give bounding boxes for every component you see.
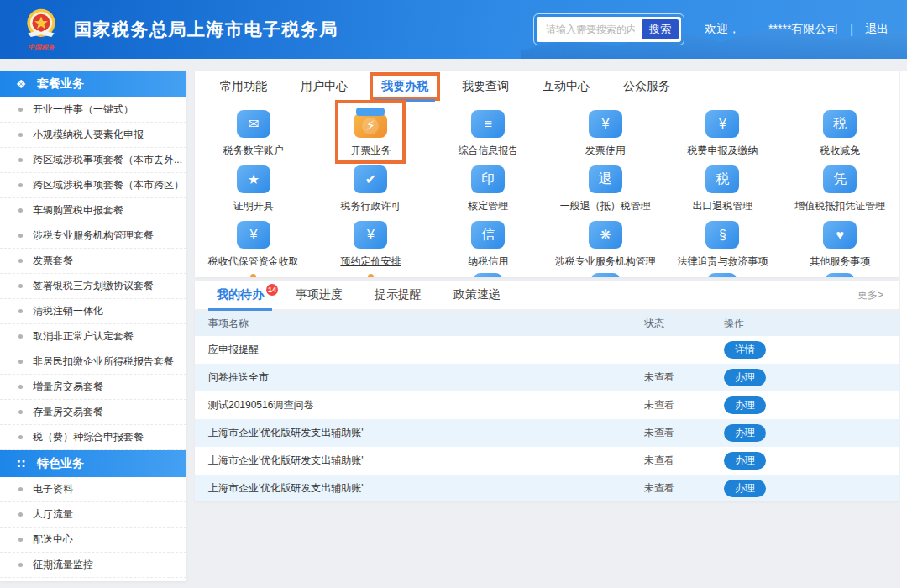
- bullet-icon: [18, 385, 23, 389]
- sidebar-item[interactable]: 涉税专业服务机构管理套餐: [0, 223, 186, 249]
- nav-tab-label: 我要办税: [381, 79, 428, 94]
- icon-glyph: ¥: [249, 228, 257, 243]
- partial-icon-wrap: [547, 273, 664, 277]
- partial-square-icon: 保: [474, 273, 502, 277]
- sidebar-item[interactable]: 开业一件事（一键式）: [0, 97, 186, 123]
- service-item[interactable]: ❋涉税专业服务机构管理: [547, 217, 664, 272]
- partial-square-icon: [591, 273, 620, 277]
- sidebar-item[interactable]: 签署银税三方划缴协议套餐: [0, 274, 186, 299]
- todo-tab[interactable]: 提示提醒: [375, 281, 422, 309]
- bullet-icon: [18, 108, 23, 112]
- row-status: 未查看: [644, 426, 724, 440]
- sidebar-item[interactable]: 存量房交易套餐: [0, 400, 186, 425]
- sidebar: ❖套餐业务开业一件事（一键式）小规模纳税人要素化申报跨区域涉税事项套餐（本市去外…: [0, 71, 186, 581]
- sidebar-item[interactable]: 非居民扣缴企业所得税报告套餐: [0, 349, 186, 375]
- column-header-status: 状态: [644, 317, 724, 331]
- service-item[interactable]: ★证明开具: [195, 161, 312, 217]
- sidebar-item[interactable]: 大厅流量: [0, 502, 186, 528]
- sidebar-item[interactable]: 税（费）种综合申报套餐: [0, 425, 186, 450]
- sidebar-section-header[interactable]: ❖套餐业务: [0, 71, 186, 97]
- service-item[interactable]: 税税收减免: [781, 106, 899, 161]
- sidebar-section-header[interactable]: ∷特色业务: [0, 450, 186, 477]
- todo-tab-label: 政策速递: [454, 287, 501, 302]
- nav-tab-label: 我要查询: [462, 79, 509, 94]
- action-button[interactable]: 办理: [724, 424, 766, 442]
- icon-glyph: ¥: [601, 117, 609, 132]
- sidebar-item[interactable]: 跨区域涉税事项套餐（本市去外...: [0, 148, 186, 173]
- service-item[interactable]: 印核定管理: [429, 161, 547, 217]
- scrollbar[interactable]: [900, 71, 907, 588]
- service-item[interactable]: 税出口退税管理: [664, 161, 782, 217]
- sidebar-item[interactable]: 电子资料: [0, 477, 186, 502]
- service-item[interactable]: ✉税务数字账户: [195, 106, 312, 161]
- service-item[interactable]: ≡综合信息报告: [429, 106, 547, 161]
- service-item[interactable]: §法律追责与救济事项: [664, 217, 782, 272]
- more-link[interactable]: 更多>: [857, 288, 883, 302]
- sidebar-item-label: 增量房交易套餐: [33, 380, 103, 394]
- service-item[interactable]: 退一般退（抵）税管理: [547, 161, 664, 217]
- todo-tab[interactable]: 事项进度: [296, 281, 343, 309]
- sidebar-item[interactable]: 小规模纳税人要素化申报: [0, 123, 186, 148]
- bullet-icon: [18, 284, 23, 288]
- bullet-icon: [18, 234, 23, 238]
- invoicing-icon: ⚡: [354, 113, 387, 138]
- service-item[interactable]: ¥预约定价安排: [312, 217, 430, 272]
- sidebar-item[interactable]: 取消非正常户认定套餐: [0, 324, 186, 349]
- nav-tab[interactable]: 我要办税: [381, 71, 428, 102]
- service-label: 税务行政许可: [340, 199, 401, 213]
- sidebar-item-label: 跨区域涉税事项套餐（本市跨区）: [33, 178, 184, 192]
- action-button[interactable]: 办理: [724, 452, 766, 470]
- service-item[interactable]: ¥发票使用: [547, 106, 664, 161]
- partial-icon-wrap: 保: [429, 273, 547, 277]
- todo-tab[interactable]: 政策速递: [454, 281, 501, 309]
- icon-glyph: ≡: [484, 117, 491, 132]
- divider: |: [850, 23, 853, 36]
- sidebar-item-label: 签署银税三方划缴协议套餐: [33, 279, 154, 293]
- comprehensive-info-report-icon: ≡: [471, 110, 505, 138]
- search-input[interactable]: [539, 20, 642, 39]
- action-button[interactable]: 详情: [724, 341, 766, 359]
- icon-glyph: ✔: [365, 171, 376, 187]
- row-action-cell: 办理: [724, 452, 899, 470]
- user-info: 欢迎， *****有限公司 | 退出: [705, 22, 889, 37]
- search-area: 搜索: [537, 17, 681, 42]
- nav-tab[interactable]: 用户中心: [301, 71, 348, 102]
- sidebar-item[interactable]: 配送中心: [0, 528, 186, 553]
- todo-tab[interactable]: 我的待办14: [217, 281, 264, 309]
- service-item[interactable]: 凭增值税抵扣凭证管理: [781, 161, 899, 217]
- sidebar-item[interactable]: 跨区域涉税事项套餐（本市跨区）: [0, 173, 186, 198]
- row-status: 未查看: [644, 481, 724, 496]
- logout-link[interactable]: 退出: [865, 22, 889, 37]
- icon-glyph: ¥: [367, 228, 375, 243]
- tax-admin-license-icon: ✔: [354, 165, 387, 193]
- export-tax-refund-icon: 税: [705, 165, 739, 193]
- sidebar-item[interactable]: 增量房交易套餐: [0, 375, 186, 400]
- row-status: 未查看: [644, 370, 724, 385]
- search-button[interactable]: 搜索: [642, 19, 679, 39]
- service-item[interactable]: ⚡开票业务: [312, 106, 430, 161]
- nav-tab[interactable]: 互动中心: [543, 71, 590, 102]
- nav-tab[interactable]: 常用功能: [220, 71, 267, 102]
- sidebar-item[interactable]: 清税注销一体化: [0, 299, 186, 324]
- service-item[interactable]: ✔税务行政许可: [312, 161, 430, 217]
- service-label: 涉税专业服务机构管理: [555, 255, 656, 269]
- icon-glyph: 退: [599, 171, 612, 188]
- sidebar-item[interactable]: 发票套餐: [0, 249, 186, 274]
- nav-tab[interactable]: 公众服务: [623, 71, 670, 102]
- action-button[interactable]: 办理: [724, 480, 766, 497]
- nav-tab[interactable]: 我要查询: [462, 71, 509, 102]
- sidebar-item-label: 发票套餐: [33, 254, 73, 268]
- service-item[interactable]: 信纳税信用: [429, 217, 547, 272]
- service-item[interactable]: ♥其他服务事项: [781, 217, 899, 272]
- icon-glyph: ♥: [836, 228, 844, 243]
- emblem-caption: 中国税务: [28, 43, 55, 52]
- partial-square-icon: [826, 273, 854, 277]
- table-row: 上海市企业'优化版研发支出辅助账'未查看办理: [195, 447, 899, 475]
- action-button[interactable]: 办理: [724, 369, 766, 386]
- icon-glyph: ❋: [600, 227, 611, 243]
- sidebar-item[interactable]: 征期流量监控: [0, 553, 186, 578]
- service-item[interactable]: ¥税费申报及缴纳: [664, 106, 782, 161]
- service-item[interactable]: ¥税收代保管资金收取: [195, 217, 312, 272]
- sidebar-item[interactable]: 车辆购置税申报套餐: [0, 198, 186, 223]
- action-button[interactable]: 办理: [724, 396, 766, 414]
